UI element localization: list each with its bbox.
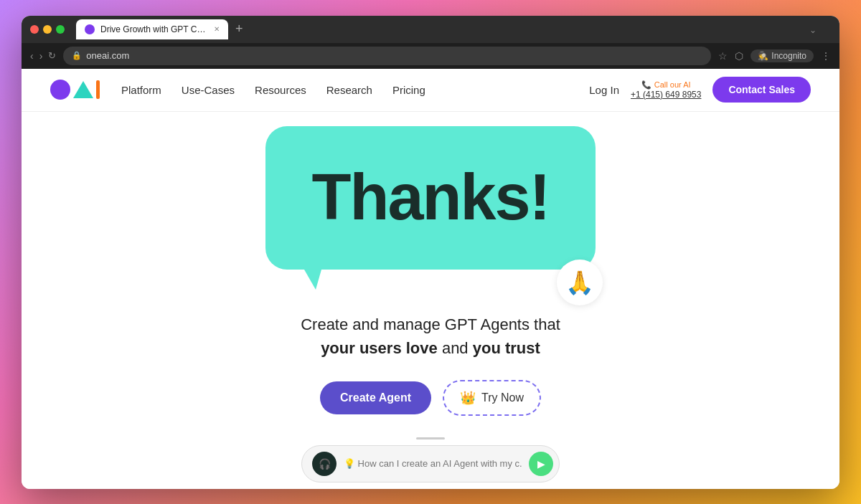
call-number[interactable]: +1 (415) 649 8953 [631, 90, 701, 100]
nav-links: Platform Use-Cases Resources Research Pr… [121, 84, 589, 96]
window-controls-right: ⌄ [809, 23, 831, 36]
login-button[interactable]: Log In [589, 84, 619, 96]
nav-buttons: ‹ › ↻ [30, 50, 56, 62]
tab-title: Drive Growth with GPT Chat... [100, 24, 208, 34]
webpage: Platform Use-Cases Resources Research Pr… [22, 69, 839, 489]
speech-bubble-wrapper: Thanks! 🙏 [265, 126, 596, 270]
subtitle-line1: Create and manage GPT Agents that [301, 313, 560, 336]
incognito-icon: 🕵 [758, 51, 768, 61]
logo-triangle [73, 81, 93, 98]
extensions-button[interactable]: ⬡ [735, 50, 743, 62]
call-label: Call our AI [654, 80, 691, 89]
back-button[interactable]: ‹ [30, 50, 34, 62]
tabs-bar: Drive Growth with GPT Chat... ✕ + [76, 19, 804, 39]
site-logo[interactable] [50, 80, 100, 100]
try-now-button[interactable]: 👑 Try Now [443, 380, 541, 416]
call-top: 📞 Call our AI [641, 80, 691, 90]
nav-pricing[interactable]: Pricing [392, 84, 425, 96]
hero-section: Thanks! 🙏 Create and manage GPT Agents t… [22, 112, 839, 489]
send-icon: ▶ [537, 458, 545, 470]
new-tab-button[interactable]: + [231, 22, 248, 37]
tab-close-button[interactable]: ✕ [214, 25, 220, 33]
subtitle-emphasis1: your users love [321, 339, 438, 357]
minimize-window-button[interactable] [43, 25, 52, 34]
try-now-label: Try Now [481, 391, 524, 404]
logo-bar [96, 80, 100, 99]
send-button[interactable]: ▶ [529, 452, 553, 476]
nav-platform[interactable]: Platform [121, 84, 161, 96]
hero-subtitle: Create and manage GPT Agents that your u… [301, 313, 560, 360]
scroll-indicator [416, 437, 445, 439]
menu-button[interactable]: ⋮ [821, 50, 831, 62]
site-nav: Platform Use-Cases Resources Research Pr… [22, 69, 839, 112]
address-bar: ‹ › ↻ 🔒 oneai.com ☆ ⬡ 🕵 Incognito ⋮ [22, 43, 839, 69]
active-tab[interactable]: Drive Growth with GPT Chat... ✕ [76, 19, 228, 39]
close-window-button[interactable] [30, 25, 39, 34]
cta-buttons: Create Agent 👑 Try Now [320, 380, 541, 416]
url-bar[interactable]: 🔒 oneai.com [63, 47, 711, 65]
maximize-window-button[interactable] [56, 25, 65, 34]
browser-window: Drive Growth with GPT Chat... ✕ + ⌄ ‹ › … [22, 16, 839, 489]
call-section: 📞 Call our AI +1 (415) 649 8953 [631, 80, 701, 100]
browser-actions: ☆ ⬡ 🕵 Incognito ⋮ [718, 49, 831, 62]
chat-input[interactable] [344, 458, 522, 469]
contact-sales-button[interactable]: Contact Sales [712, 77, 811, 103]
chat-input-area: 🎧 ▶ [301, 437, 560, 482]
title-bar: Drive Growth with GPT Chat... ✕ + ⌄ [22, 16, 839, 43]
tab-favicon [85, 24, 95, 34]
traffic-lights [30, 25, 65, 34]
incognito-badge: 🕵 Incognito [751, 49, 814, 62]
subtitle-emphasis2: you trust [473, 339, 540, 357]
url-text: oneai.com [86, 50, 129, 61]
bookmark-button[interactable]: ☆ [718, 50, 728, 62]
nav-right: Log In 📞 Call our AI +1 (415) 649 8953 C… [589, 77, 811, 103]
lock-icon: 🔒 [72, 51, 82, 60]
speech-bubble: Thanks! [265, 126, 596, 270]
headphone-icon: 🎧 [312, 452, 337, 476]
nav-resources[interactable]: Resources [255, 84, 306, 96]
refresh-button[interactable]: ↻ [48, 50, 56, 61]
crown-icon: 👑 [460, 390, 476, 406]
subtitle-and: and [442, 339, 473, 357]
incognito-label: Incognito [771, 51, 806, 61]
nav-use-cases[interactable]: Use-Cases [182, 84, 235, 96]
thanks-text: Thanks! [311, 161, 549, 234]
subtitle-line2: your users love and you trust [301, 336, 560, 360]
prayer-emoji: 🙏 [557, 260, 603, 305]
create-agent-button[interactable]: Create Agent [320, 381, 431, 414]
forward-button[interactable]: › [39, 50, 43, 62]
chat-input-container: 🎧 ▶ [301, 445, 560, 482]
logo-circle [50, 80, 70, 100]
phone-icon: 📞 [641, 80, 651, 90]
nav-research[interactable]: Research [326, 84, 372, 96]
